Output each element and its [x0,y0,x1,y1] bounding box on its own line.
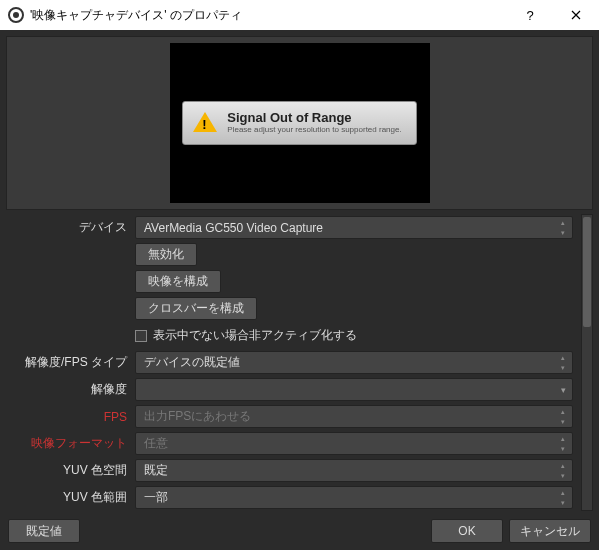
spinner-icon: ▴▾ [556,461,570,480]
res-label: 解像度 [12,381,127,398]
yuv-space-label: YUV 色空間 [12,462,127,479]
configure-video-button[interactable]: 映像を構成 [135,270,221,293]
defaults-button[interactable]: 既定値 [8,519,80,543]
yuv-space-select[interactable]: 既定 ▴▾ [135,459,573,482]
spinner-icon: ▴▾ [556,407,570,426]
yuv-range-value: 一部 [144,489,168,506]
properties-dialog: '映像キャプチャデバイス' のプロパティ ? Signal Out of Ran… [0,0,599,550]
device-select[interactable]: AVerMedia GC550 Video Capture ▴▾ [135,216,573,239]
deactivate-checkbox[interactable]: 表示中でない場合非アクティブ化する [135,327,573,344]
yuv-range-label: YUV 色範囲 [12,489,127,506]
disable-button[interactable]: 無効化 [135,243,197,266]
fps-select[interactable]: 出力FPSにあわせる ▴▾ [135,405,573,428]
cancel-button[interactable]: キャンセル [509,519,591,543]
scrollbar-thumb[interactable] [583,217,591,327]
yuv-range-select[interactable]: 一部 ▴▾ [135,486,573,509]
configure-crossbar-button[interactable]: クロスバーを構成 [135,297,257,320]
close-button[interactable] [553,0,599,30]
ok-button[interactable]: OK [431,519,503,543]
error-sub: Please adjust your resolution to support… [227,125,401,134]
error-heading: Signal Out of Range [227,110,401,125]
spinner-icon: ▴▾ [556,218,570,237]
res-type-label: 解像度/FPS タイプ [12,354,127,371]
preview-area: Signal Out of Range Please adjust your r… [6,36,593,210]
device-label: デバイス [12,219,127,236]
deactivate-label: 表示中でない場合非アクティブ化する [153,327,357,344]
res-select[interactable]: ▾ [135,378,573,401]
close-icon [571,10,581,20]
res-type-select[interactable]: デバイスの既定値 ▴▾ [135,351,573,374]
titlebar: '映像キャプチャデバイス' のプロパティ ? [0,0,599,30]
signal-error-box: Signal Out of Range Please adjust your r… [182,101,416,145]
spinner-icon: ▴▾ [556,353,570,372]
spinner-icon: ▴▾ [556,434,570,453]
scrollbar[interactable] [581,214,593,511]
fps-value: 出力FPSにあわせる [144,408,251,425]
fps-label: FPS [12,410,127,424]
app-icon [8,7,24,23]
window-title: '映像キャプチャデバイス' のプロパティ [30,7,507,24]
video-format-value: 任意 [144,435,168,452]
form: デバイス AVerMedia GC550 Video Capture ▴▾ 無効… [6,214,575,511]
dialog-footer: 既定値 OK キャンセル [6,515,593,545]
video-format-label: 映像フォーマット [12,435,127,452]
video-format-select[interactable]: 任意 ▴▾ [135,432,573,455]
dialog-content: Signal Out of Range Please adjust your r… [0,30,599,550]
help-button[interactable]: ? [507,0,553,30]
res-type-value: デバイスの既定値 [144,354,240,371]
checkbox-icon [135,330,147,342]
error-text: Signal Out of Range Please adjust your r… [227,110,401,134]
chevron-down-icon: ▾ [561,385,566,395]
yuv-space-value: 既定 [144,462,168,479]
spinner-icon: ▴▾ [556,488,570,507]
video-preview: Signal Out of Range Please adjust your r… [170,43,430,203]
warning-icon [193,112,217,132]
device-value: AVerMedia GC550 Video Capture [144,221,323,235]
